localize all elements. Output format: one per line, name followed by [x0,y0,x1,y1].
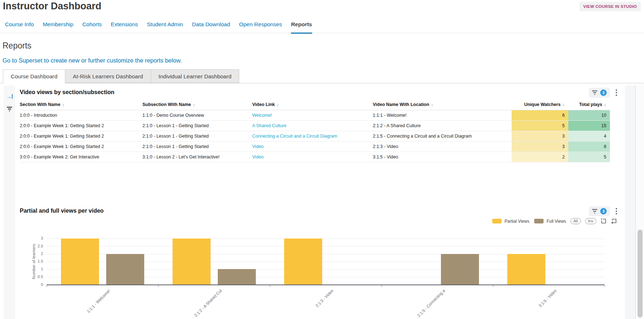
legend-inv-button[interactable]: Inv [585,218,596,224]
total-plays-cell: 15 [568,121,610,131]
video-name-cell: 3:1:5 - Video [373,152,512,162]
legend-all-button[interactable]: All [570,218,581,224]
chart-legend: Partial ViewsFull Views All Inv [492,218,617,224]
sort-icon[interactable] [62,103,64,107]
tab-at-risk-learners-dashboard[interactable]: At-Risk Learners Dashboard [65,69,151,83]
zoom-select-icon[interactable] [601,218,607,224]
x-axis-category-label: 2:1:3 - Video [273,288,334,319]
subsection-cell: 2:1:0 - Lesson 1 - Getting Started [142,131,252,142]
scrollbar-thumb[interactable] [638,230,643,318]
column-header-unique-watchers[interactable]: Unique Watchers [512,99,568,110]
nav-tab-open-responses[interactable]: Open Responses [239,21,282,34]
filter-count-badge: 3 [600,208,607,214]
section-cell: 2:0:0 - Example Week 1: Getting Started … [20,142,142,152]
table-row: 2:0:0 - Example Week 1: Getting Started … [20,131,610,142]
x-axis-tick [270,285,270,287]
total-plays-cell: 10 [568,110,610,121]
nav-tab-cohorts[interactable]: Cohorts [82,21,102,34]
subsection-cell: 2:1:0 - Lesson 1 - Getting Started [142,121,252,131]
embedded-dashboard: Video views by section/subsection 3 Sect… [0,83,644,319]
x-axis-tick [47,285,47,287]
scrollbar-track[interactable] [636,85,644,319]
sort-icon[interactable] [604,103,606,107]
funnel-icon [592,209,597,214]
nav-tab-reports[interactable]: Reports [291,21,312,34]
column-header-video-name-with-location[interactable]: Video Name With Location [373,99,512,110]
view-course-in-studio-button[interactable]: VIEW COURSE IN STUDIO [579,2,641,11]
video-name-cell: 1:1:1 - Welcome! [373,110,512,121]
video-link-cell: Connecting a Circuit and a Circuit Diagr… [252,131,373,142]
expand-filters-icon[interactable] [6,94,13,99]
legend-swatch [492,219,502,223]
reports-heading: Reports [3,41,32,51]
sort-icon[interactable] [431,103,433,107]
filter-count-badge: 3 [600,89,607,96]
unique-watchers-cell: 3 [512,142,568,152]
gridline [47,246,605,246]
table-header: Section With NameSubsection With NameVid… [20,99,610,110]
video-link[interactable]: Welcome! [252,113,272,118]
nav-tab-extensions[interactable]: Extensions [111,21,138,34]
table-row: 2:0:0 - Example Week 1: Getting Started … [20,121,610,131]
bar-partial-views-2-1-3-video [284,239,322,285]
unique-watchers-cell: 3 [512,131,568,142]
column-header-section-with-name[interactable]: Section With Name [20,99,142,110]
video-name-cell: 2:1:2 - A Shared Culture [373,121,512,131]
bar-partial-views-3-1-5-video [507,254,545,285]
total-plays-cell: 4 [568,131,610,142]
sort-icon[interactable] [277,103,279,107]
applied-filters-chip[interactable]: 3 [589,88,610,98]
panel-title: Video views by section/subsection [20,89,114,96]
section-cell: 1:0:0 - Introduction [20,110,142,121]
bar-full-views-1-1-1-welcome [106,254,144,285]
sort-icon[interactable] [193,103,195,107]
tab-individual-learner-dashboard[interactable]: Individual Learner Dashboard [151,69,239,83]
nav-tab-course-info[interactable]: Course Info [5,21,34,34]
bar-chart: 00.511.522.53Number of learners1:1:1 - W… [15,227,625,319]
superset-link[interactable]: Go to Superset to create new or further … [3,57,182,64]
unique-watchers-cell: 2 [512,152,568,162]
video-link-cell: A Shared Culture [252,121,373,131]
legend-item-full-views[interactable]: Full Views [534,219,566,224]
video-link[interactable]: A Shared Culture [252,123,286,128]
video-views-table: Section With NameSubsection With NameVid… [20,99,610,162]
video-link[interactable]: Connecting a Circuit and a Circuit Diagr… [252,134,337,139]
sort-icon[interactable] [563,103,565,107]
main-nav: Course InfoMembershipCohortsExtensionsSt… [5,21,312,34]
nav-tab-student-admin[interactable]: Student Admin [147,21,183,34]
legend-swatch [534,219,544,223]
x-axis-tick [381,285,382,287]
applied-filters-chip[interactable]: 3 [589,206,610,216]
y-axis-tick: 0 [29,282,43,287]
x-axis-tick [493,285,493,287]
x-axis-line [47,285,605,285]
unique-watchers-cell: 6 [512,110,568,121]
dashboard-tabs: Course DashboardAt-Risk Learners Dashboa… [3,69,239,83]
nav-tab-membership[interactable]: Membership [43,21,73,34]
column-header-total-plays[interactable]: Total plays [568,99,610,110]
video-link-cell: Video [252,142,373,152]
subsection-cell: 2:1:0 - Lesson 1 - Getting Started [142,142,252,152]
subsection-cell: 1:1:0 - Demo Course Overview [142,110,252,121]
video-link[interactable]: Video [252,144,264,149]
restore-icon[interactable] [611,218,617,224]
legend-item-partial-views[interactable]: Partial Views [492,219,529,224]
tab-course-dashboard[interactable]: Course Dashboard [3,69,65,83]
panel-title: Partial and full views per video [20,208,104,214]
video-link-cell: Video [252,152,373,162]
bar-partial-views-1-1-1-welcome [61,239,99,285]
total-plays-cell: 8 [568,142,610,152]
section-cell: 3:0:0 - Example Week 2: Get Interactive [20,152,142,162]
y-axis-label: Number of learners [32,244,36,279]
column-header-video-link[interactable]: Video Link [252,99,373,110]
kebab-menu-icon[interactable] [615,89,618,97]
gridline [47,239,605,239]
section-cell: 2:0:0 - Example Week 1: Getting Started … [20,121,142,131]
kebab-menu-icon[interactable] [615,207,618,215]
views-chart-panel: Partial and full views per video 3 Parti… [15,206,625,319]
nav-tab-data-download[interactable]: Data Download [192,21,230,34]
funnel-icon[interactable] [7,107,12,111]
video-link[interactable]: Video [252,154,264,160]
column-label: Video Name With Location [373,102,429,107]
column-header-subsection-with-name[interactable]: Subsection With Name [142,99,252,110]
